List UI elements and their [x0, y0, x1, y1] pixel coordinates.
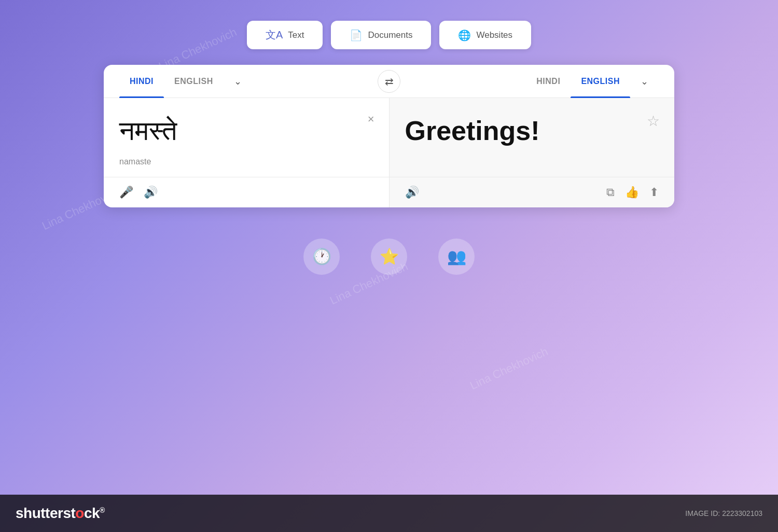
swap-icon: ⇄	[385, 75, 394, 88]
target-lang-english[interactable]: ENGLISH	[571, 65, 630, 98]
star-filled-icon: ⭐	[380, 247, 399, 265]
translated-text: Greetings!	[405, 114, 659, 149]
source-panel[interactable]: नमस्ते namaste ×	[104, 98, 390, 177]
target-actions: 🔊 ⧉ 👍 ⬆	[390, 177, 675, 207]
source-text: नमस्ते	[119, 114, 373, 149]
history-icon: 🕐	[312, 247, 331, 265]
tab-documents-label: Documents	[368, 30, 412, 40]
thumbs-icon[interactable]: 👍	[625, 186, 639, 199]
swap-languages-button[interactable]: ⇄	[378, 70, 400, 93]
community-button[interactable]: 👥	[438, 239, 475, 275]
speaker-source-icon[interactable]: 🔊	[144, 186, 158, 199]
romanized-text: namaste	[119, 157, 373, 166]
history-button[interactable]: 🕐	[303, 239, 340, 275]
tab-text[interactable]: 文A Text	[247, 21, 323, 49]
favorites-button[interactable]: ⭐	[371, 239, 407, 275]
source-lang-hindi[interactable]: HINDI	[119, 65, 164, 98]
websites-icon: 🌐	[458, 29, 471, 41]
translation-panel: Greetings! ☆	[390, 98, 675, 177]
tab-text-label: Text	[288, 30, 304, 40]
source-actions: 🎤 🔊	[104, 177, 389, 207]
target-lang-options: HINDI ENGLISH ⌄	[400, 65, 659, 98]
source-lang-english[interactable]: ENGLISH	[164, 65, 224, 98]
source-lang-options: HINDI ENGLISH ⌄	[119, 65, 378, 98]
target-action-bar: 🔊 ⧉ 👍 ⬆	[390, 177, 675, 207]
shutterstock-bar: shutterstock® IMAGE ID: 2223302103	[0, 495, 778, 532]
logo-highlight: o	[75, 505, 84, 521]
copy-icon[interactable]: ⧉	[606, 186, 615, 199]
text-translate-icon: 文A	[266, 28, 283, 42]
main-content: 文A Text 📄 Documents 🌐 Websites HINDI ENG…	[0, 0, 778, 495]
language-selector: HINDI ENGLISH ⌄ ⇄ HINDI ENGLISH ⌄	[104, 65, 674, 98]
translator-card: HINDI ENGLISH ⌄ ⇄ HINDI ENGLISH ⌄ नमस्ते	[104, 65, 674, 207]
tab-bar: 文A Text 📄 Documents 🌐 Websites	[247, 21, 531, 49]
shutterstock-logo: shutterstock®	[16, 505, 105, 522]
translation-panels: नमस्ते namaste × Greetings! ☆	[104, 98, 674, 177]
target-lang-dropdown[interactable]: ⌄	[630, 76, 659, 87]
people-icon: 👥	[447, 247, 466, 265]
action-bars: 🎤 🔊 🔊 ⧉ 👍 ⬆	[104, 177, 674, 207]
clear-button[interactable]: ×	[368, 113, 374, 126]
favorite-button[interactable]: ☆	[647, 113, 660, 130]
source-lang-dropdown[interactable]: ⌄	[224, 76, 252, 87]
image-id: IMAGE ID: 2223302103	[685, 509, 762, 517]
microphone-icon[interactable]: 🎤	[119, 186, 133, 199]
tab-websites-label: Websites	[476, 30, 512, 40]
speaker-target-icon[interactable]: 🔊	[405, 186, 419, 199]
chevron-down-icon: ⌄	[234, 76, 242, 87]
documents-icon: 📄	[350, 29, 363, 41]
source-action-bar: 🎤 🔊	[104, 177, 390, 207]
tab-documents[interactable]: 📄 Documents	[331, 21, 431, 49]
bottom-navigation: 🕐 ⭐ 👥	[303, 239, 475, 275]
tab-websites[interactable]: 🌐 Websites	[439, 21, 531, 49]
target-lang-hindi[interactable]: HINDI	[526, 65, 571, 98]
share-icon[interactable]: ⬆	[649, 186, 659, 199]
chevron-down-icon-right: ⌄	[641, 76, 648, 87]
